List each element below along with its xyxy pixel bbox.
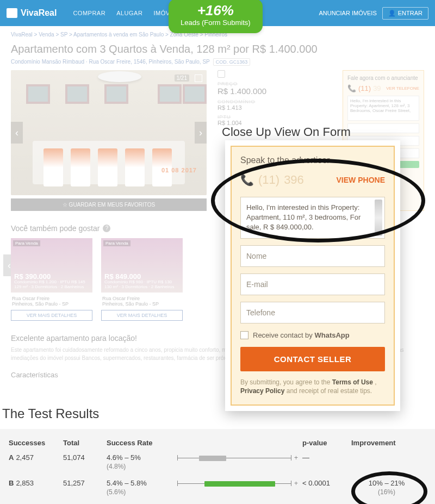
results-table: Successes Total Success Rate p-value Imp… [0, 429, 435, 504]
photo-prev-button[interactable]: ‹ [11, 122, 23, 144]
nav-alugar[interactable]: ALUGAR [116, 10, 142, 16]
ver-detalhes-button[interactable]: VER MAIS DETALHES [101, 310, 183, 321]
phone-reveal-row[interactable]: 📞 (11) 396 VIEW PHONE [240, 173, 385, 187]
main-photo[interactable]: 01 08 2017 1/21 ‹ › [11, 70, 207, 195]
related-card[interactable]: Para Venda R$ 390.000 Condomínio R$ 1.20… [11, 238, 92, 321]
logo[interactable]: VivaReal [7, 8, 57, 18]
lift-value: +16% [181, 3, 251, 17]
contact-seller-button[interactable]: CONTACT SELLER [240, 347, 385, 371]
view-phone-link[interactable]: VIEW PHONE [337, 176, 385, 184]
table-row: A2,457 51,074 4.6% – 5%(4.8%) + — [9, 453, 426, 470]
photo-date: 01 08 2017 [161, 167, 197, 173]
condo-value: R$ 1.413 [217, 104, 266, 111]
phone-input[interactable]: Telefone [240, 302, 385, 323]
page-subtitle: Condomínio Mansão Rimbaud · Rua Oscar Fr… [11, 59, 424, 65]
table-row: B2,853 51,257 5.4% – 5.8%(5.6%) + < 0.00… [9, 479, 426, 496]
lift-badge: +16% Leads (Form Submits) [169, 0, 263, 33]
terms-disclaimer: By submitting, you agree to the Terms of… [240, 378, 385, 396]
slide-counter: 1/21 [175, 74, 189, 82]
email-input[interactable]: E-mail [240, 273, 385, 295]
closeup-caption: Close Up View On Form [222, 125, 351, 139]
related-card[interactable]: Para Venda R$ 849.000 Condomínio R$ 980 … [101, 238, 183, 321]
ver-telefone-link[interactable]: VER TELEFONE [386, 86, 419, 91]
logo-text: VivaReal [21, 8, 57, 18]
message-prefilled[interactable]: Hello, I'm interested in this Property: … [347, 96, 419, 121]
phone-icon: 📞 [347, 84, 356, 92]
price-value: R$ 1.400.000 [217, 86, 266, 96]
contact-form-closeup: Speak to the advertiser 📞 (11) 396 VIEW … [225, 140, 400, 411]
share-icon[interactable] [217, 70, 225, 78]
entrar-button[interactable]: 👤 ENTRAR [382, 7, 428, 20]
user-icon: 👤 [388, 10, 396, 17]
name-input-small[interactable] [347, 123, 419, 133]
favorite-button[interactable]: ☆ GUARDAR EM MEUS FAVORITOS [11, 198, 207, 211]
ver-detalhes-button[interactable]: VER MAIS DETALHES [11, 310, 92, 321]
lift-caption: Leads (Form Submits) [181, 18, 251, 27]
whatsapp-label: Receive contact by WhatsApp [253, 331, 350, 339]
expand-icon[interactable] [195, 74, 202, 82]
page-title: Apartamento com 3 Quartos à Venda, 128 m… [11, 43, 424, 55]
form-header: Speak to the advertiser [240, 155, 385, 165]
whatsapp-checkbox[interactable] [240, 331, 248, 339]
listing-code: COD. GC1363 [213, 58, 251, 66]
help-icon[interactable]: ? [103, 225, 110, 232]
phone-icon: 📞 [240, 173, 254, 186]
nav-comprar[interactable]: COMPRAR [73, 10, 105, 16]
message-textarea[interactable]: Hello, I'm interested in this Property: … [240, 197, 385, 239]
anunciar-link[interactable]: ANUNCIAR IMÓVEIS [319, 10, 376, 16]
phone-row[interactable]: 📞 (11) 39 VER TELEFONE [347, 84, 419, 92]
name-input[interactable]: Nome [240, 245, 385, 267]
house-icon [7, 8, 17, 18]
photo-next-button[interactable]: › [195, 122, 207, 144]
